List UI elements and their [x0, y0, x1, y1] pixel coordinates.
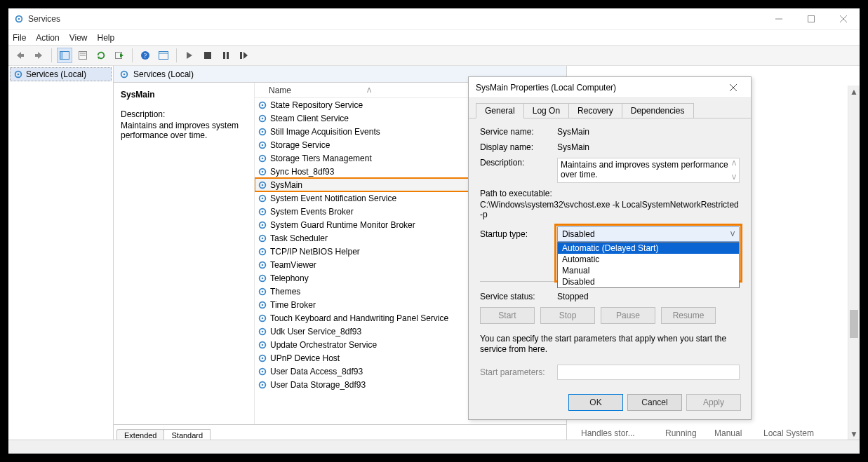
menu-action[interactable]: Action	[36, 33, 59, 43]
svg-point-45	[262, 184, 264, 186]
stop-icon[interactable]	[200, 48, 215, 63]
scroll-up-icon[interactable]: ᐱ	[732, 158, 736, 168]
service-name: State Repository Service	[270, 100, 363, 110]
tab-general[interactable]: General	[476, 103, 524, 118]
tab-recovery[interactable]: Recovery	[568, 103, 622, 118]
service-name: Storage Tiers Management	[270, 154, 372, 163]
svg-marker-27	[243, 52, 248, 59]
help-text: You can specify the start parameters tha…	[480, 334, 740, 355]
service-name: Telephony	[270, 273, 309, 283]
tree-root-label: Services (Local)	[26, 69, 86, 79]
show-hide-tree-icon[interactable]	[57, 48, 72, 63]
service-name-label: Service name:	[480, 127, 557, 137]
svg-point-67	[262, 330, 264, 332]
gear-icon	[258, 167, 267, 177]
svg-text:?: ?	[144, 52, 147, 60]
svg-point-59	[262, 277, 264, 279]
dialog-title: SysMain Properties (Local Computer)	[476, 83, 616, 93]
svg-rect-11	[60, 52, 63, 59]
menu-help[interactable]: Help	[98, 33, 115, 43]
start-parameters-label: Start parameters:	[480, 367, 557, 377]
start-parameters-input[interactable]	[557, 365, 740, 380]
tree-root-services-local[interactable]: Services (Local)	[10, 67, 112, 81]
svg-point-69	[262, 344, 264, 346]
resume-button[interactable]: Resume	[661, 307, 716, 324]
play-icon[interactable]	[182, 48, 197, 63]
gear-icon	[258, 233, 267, 243]
restart-icon[interactable]	[236, 48, 252, 63]
dialog-tabs: General Log On Recovery Dependencies	[469, 102, 751, 118]
app-icon	[14, 14, 24, 24]
minimize-button[interactable]	[763, 8, 795, 29]
path-to-exe-label: Path to executable:	[480, 189, 740, 198]
menu-file[interactable]: File	[13, 33, 26, 43]
services-window: Services File Action View Help ?	[8, 8, 860, 454]
help-icon[interactable]: ?	[138, 48, 153, 63]
startup-option[interactable]: Manual	[558, 265, 739, 276]
properties-icon[interactable]	[75, 48, 91, 63]
gear-icon	[258, 220, 267, 230]
pause-button[interactable]: Pause	[601, 307, 655, 324]
service-name: Touch Keyboard and Handwriting Panel Ser…	[270, 313, 448, 323]
scroll-thumb[interactable]	[850, 310, 858, 338]
gear-icon	[258, 114, 267, 123]
svg-marker-22	[187, 52, 192, 59]
dialog-footer: OK Cancel Apply	[469, 388, 751, 419]
tab-dependencies[interactable]: Dependencies	[622, 103, 694, 118]
startup-type-label: Startup type:	[480, 229, 557, 239]
startup-option[interactable]: Automatic	[558, 254, 739, 265]
service-status-value: Stopped	[557, 292, 589, 301]
svg-point-49	[262, 210, 264, 212]
service-status-label: Service status:	[480, 292, 557, 301]
svg-point-47	[262, 197, 264, 199]
tab-standard[interactable]: Standard	[163, 429, 211, 440]
sort-indicator-icon: ᐱ	[367, 87, 371, 94]
vertical-scrollbar[interactable]: ▲ ▼	[848, 86, 860, 440]
start-button[interactable]: Start	[480, 307, 535, 324]
gear-icon	[258, 140, 267, 150]
view-tabs: Extended Standard	[114, 424, 566, 440]
scroll-down-icon[interactable]: ᐯ	[732, 172, 736, 182]
tab-log-on[interactable]: Log On	[523, 103, 569, 118]
gear-icon	[258, 154, 267, 163]
startup-type-select[interactable]: Disabled ᐯ	[557, 226, 740, 242]
startup-option[interactable]: Disabled	[558, 276, 739, 287]
menubar: File Action View Help	[8, 29, 860, 45]
apply-button[interactable]: Apply	[686, 394, 741, 411]
svg-point-55	[262, 250, 264, 252]
tab-extended[interactable]: Extended	[116, 429, 164, 440]
svg-point-41	[262, 157, 264, 159]
back-icon[interactable]	[13, 48, 28, 63]
forward-icon[interactable]	[31, 48, 46, 63]
cancel-button[interactable]: Cancel	[627, 394, 682, 411]
gear-icon	[258, 313, 267, 323]
service-name: SysMain	[270, 180, 302, 190]
ok-button[interactable]: OK	[568, 394, 623, 411]
close-button[interactable]	[827, 8, 860, 29]
svg-point-51	[262, 224, 264, 226]
scroll-up-icon[interactable]: ▲	[848, 86, 860, 97]
svg-rect-24	[223, 52, 225, 59]
stop-button[interactable]: Stop	[540, 307, 595, 324]
svg-point-1	[18, 18, 20, 20]
svg-point-33	[262, 104, 264, 106]
pause-icon[interactable]	[218, 48, 234, 63]
gear-icon	[258, 193, 267, 203]
description-textbox[interactable]: Maintains and improves system performanc…	[557, 158, 740, 183]
startup-option[interactable]: Automatic (Delayed Start)	[558, 243, 739, 254]
path-to-exe-value: C:\Windows\system32\svchost.exe -k Local…	[480, 200, 740, 219]
gear-icon	[258, 100, 267, 110]
menu-view[interactable]: View	[69, 33, 88, 43]
selected-service-name: SysMain	[121, 90, 247, 100]
refresh-icon[interactable]	[93, 48, 109, 63]
service-name: Steam Client Service	[270, 114, 349, 123]
column-icon[interactable]	[156, 48, 171, 63]
gear-icon	[258, 287, 267, 297]
dialog-close-button[interactable]	[723, 77, 744, 98]
maximize-button[interactable]	[795, 8, 827, 29]
service-name: Storage Service	[270, 140, 330, 150]
service-name: Still Image Acquisition Events	[270, 127, 380, 137]
scroll-down-icon[interactable]: ▼	[848, 428, 860, 440]
export-icon[interactable]	[112, 48, 127, 63]
service-name: UPnP Device Host	[270, 353, 340, 363]
